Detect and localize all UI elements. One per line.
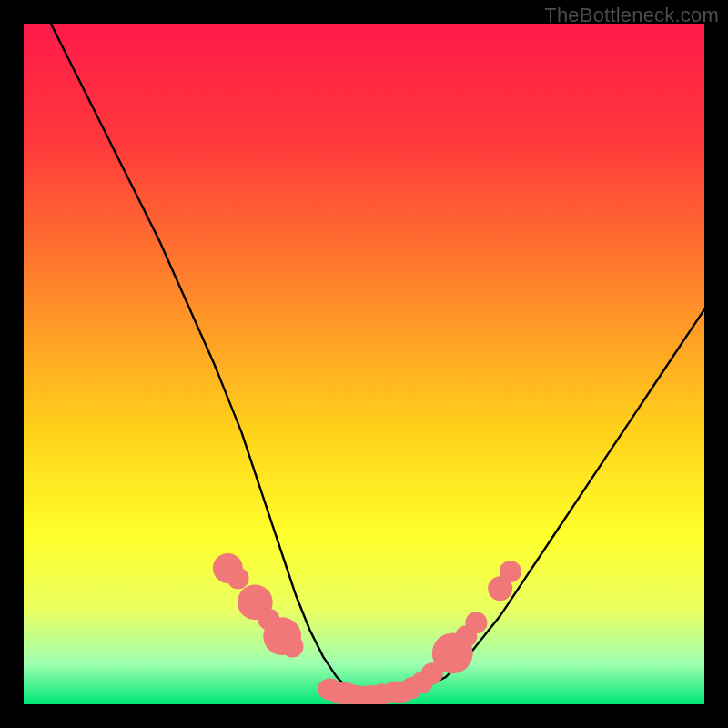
chart-svg xyxy=(24,24,704,704)
highlight-dot xyxy=(282,635,304,657)
watermark-text: TheBottleneck.com xyxy=(544,4,719,27)
highlight-dot xyxy=(500,561,521,582)
highlight-dot xyxy=(228,568,249,590)
chart-frame xyxy=(24,24,704,704)
highlight-dot xyxy=(465,612,487,633)
gradient-background xyxy=(24,24,704,704)
